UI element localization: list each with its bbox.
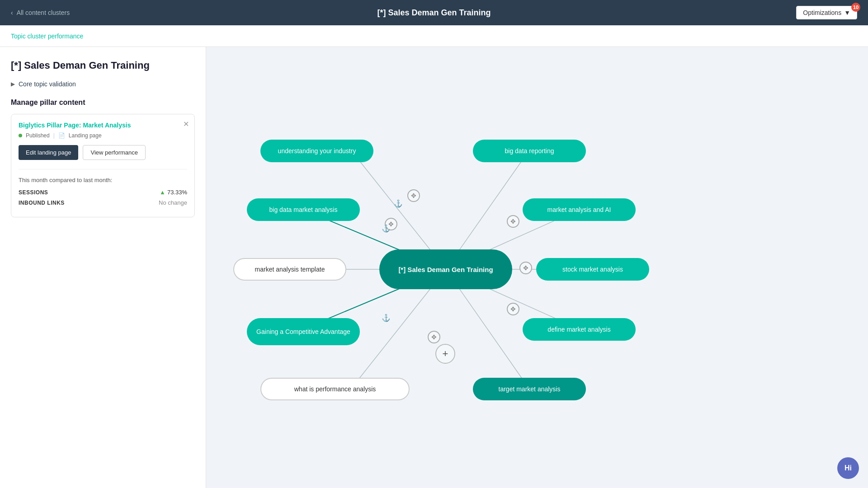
node-market-ai-label: market analysis and AI [547, 206, 611, 213]
main-layout: [*] Sales Deman Gen Training ▶ Core topi… [0, 47, 868, 488]
canvas-area: [*] Sales Deman Gen Training understandi… [206, 47, 868, 488]
link-icon-1: ⚓ [394, 199, 403, 208]
page-type-label: Landing page [69, 132, 102, 139]
node-define-label: define market analysis [547, 326, 610, 333]
add-node-button[interactable]: + [435, 344, 455, 364]
help-label: Hi [844, 464, 852, 472]
inbound-label: INBOUND LINKS [19, 200, 65, 206]
node-performance-label: what is performance analysis [294, 385, 376, 393]
node-understanding-label: understanding your industry [278, 147, 356, 155]
sessions-row: SESSIONS ▲ 73.33% [19, 189, 187, 196]
stats-header: This month compared to last month: [19, 177, 187, 183]
top-nav: ‹ All content clusters [*] Sales Deman G… [0, 0, 868, 25]
back-arrow-icon: ‹ [11, 9, 13, 16]
sidebar: [*] Sales Deman Gen Training ▶ Core topi… [0, 47, 206, 488]
connector-icon-1[interactable]: ✥ [407, 189, 420, 202]
sessions-number: 73.33% [167, 189, 187, 196]
center-node[interactable]: [*] Sales Deman Gen Training [379, 249, 512, 289]
edit-landing-page-button[interactable]: Edit landing page [19, 145, 78, 160]
connector-icon-2[interactable]: ✥ [507, 215, 519, 228]
center-node-label: [*] Sales Deman Gen Training [398, 266, 493, 273]
optimizations-label: Optimizations [803, 9, 841, 16]
card-meta: Published | 📄 Landing page [19, 132, 187, 139]
published-dot [19, 134, 22, 137]
add-icon: + [443, 348, 448, 360]
card-title-link[interactable]: Biglytics Pillar Page: Market Analysis [19, 122, 187, 129]
inbound-value: No change [159, 199, 187, 206]
core-topic-validation[interactable]: ▶ Core topic validation [11, 80, 195, 88]
node-define-market[interactable]: define market analysis [523, 318, 636, 341]
connector-icon-4[interactable]: ✥ [519, 262, 532, 274]
node-market-analysis-template[interactable]: market analysis template [233, 258, 346, 281]
sessions-arrow: ▲ [160, 189, 165, 196]
node-big-data-market-analysis[interactable]: big data market analysis [247, 198, 360, 221]
node-understanding-industry[interactable]: understanding your industry [260, 140, 373, 162]
node-big-data-reporting-label: big data reporting [505, 147, 554, 155]
back-link-label: All content clusters [17, 9, 70, 16]
sessions-value: ▲ 73.33% [160, 189, 187, 196]
link-icon-3: ⚓ [382, 314, 391, 322]
sidebar-page-title: [*] Sales Deman Gen Training [11, 60, 195, 71]
node-competitive-advantage[interactable]: Gaining a Competitive Advantage [247, 318, 360, 345]
node-big-data-reporting[interactable]: big data reporting [473, 140, 586, 162]
core-topic-chevron: ▶ [11, 81, 15, 87]
node-market-analysis-ai[interactable]: market analysis and AI [523, 198, 636, 221]
optimizations-badge: 10 [851, 3, 860, 12]
close-button[interactable]: ✕ [183, 120, 189, 128]
help-button[interactable]: Hi [837, 457, 859, 479]
page-type-icon: 📄 [58, 132, 65, 139]
sub-nav: Topic cluster performance [0, 25, 868, 47]
node-big-data-market-label: big data market analysis [269, 206, 338, 213]
connector-icon-5[interactable]: ✥ [507, 303, 519, 315]
chevron-down-icon: ▼ [844, 9, 850, 16]
page-title: [*] Sales Deman Gen Training [377, 8, 491, 18]
meta-separator: | [53, 132, 55, 139]
node-stock-market-analysis[interactable]: stock market analysis [536, 258, 649, 281]
link-icon-2: ⚓ [382, 224, 391, 233]
node-target-market[interactable]: target market analysis [473, 378, 586, 400]
topic-cluster-link[interactable]: Topic cluster performance [11, 33, 83, 40]
connector-icon-6[interactable]: ✥ [428, 331, 440, 343]
node-template-label: market analysis template [255, 266, 325, 273]
optimizations-button[interactable]: Optimizations ▼ 10 [796, 6, 857, 19]
sessions-label: SESSIONS [19, 189, 48, 196]
manage-pillar-heading: Manage pillar content [11, 99, 195, 107]
node-performance-analysis[interactable]: what is performance analysis [260, 378, 410, 400]
stats-section: This month compared to last month: SESSI… [19, 169, 187, 206]
node-target-label: target market analysis [499, 385, 561, 393]
card-buttons: Edit landing page View performance [19, 145, 187, 160]
inbound-row: INBOUND LINKS No change [19, 199, 187, 206]
content-card: ✕ Biglytics Pillar Page: Market Analysis… [11, 114, 195, 217]
node-competitive-label: Gaining a Competitive Advantage [256, 328, 350, 335]
published-label: Published [26, 132, 50, 139]
view-performance-button[interactable]: View performance [83, 145, 146, 160]
back-link[interactable]: ‹ All content clusters [11, 9, 70, 16]
core-topic-label: Core topic validation [19, 80, 76, 88]
node-stock-label: stock market analysis [562, 266, 623, 273]
